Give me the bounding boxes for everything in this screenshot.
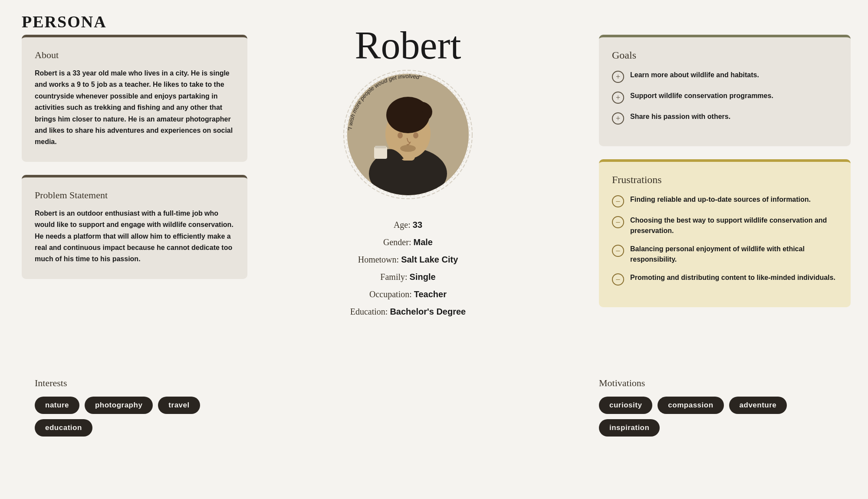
goal-text: Support wildlife conservation programmes…	[630, 91, 773, 101]
interest-tag: travel	[158, 397, 200, 414]
frustrations-list: Finding reliable and up-to-date sources …	[612, 194, 838, 286]
age-label: Age:	[394, 220, 411, 230]
age-value: 33	[413, 220, 422, 230]
gender-row: Gender: Male	[350, 233, 466, 251]
problem-card: Problem Statement Robert is an outdoor e…	[22, 175, 247, 279]
motivation-tag: compassion	[658, 397, 723, 414]
interest-tag: nature	[35, 397, 79, 414]
frustration-text: Promoting and distributing content to li…	[630, 272, 835, 283]
about-title: About	[35, 49, 234, 61]
hometown-label: Hometown:	[358, 255, 399, 264]
plus-icon	[612, 92, 624, 104]
motivations-section: Motivations curiositycompassionadventure…	[599, 378, 851, 437]
interests-tags: naturephotographytraveleducation	[35, 397, 252, 437]
motivations-tags: curiositycompassionadventureinspiration	[599, 397, 851, 437]
occupation-value: Teacher	[414, 289, 447, 299]
interest-tag: education	[35, 419, 92, 437]
hometown-value: Salt Lake City	[401, 255, 458, 264]
frustration-text: Choosing the best way to support wildlif…	[630, 215, 838, 236]
occupation-label: Occupation:	[369, 289, 412, 299]
frustration-item: Finding reliable and up-to-date sources …	[612, 194, 838, 207]
minus-icon	[612, 245, 624, 257]
frustration-text: Finding reliable and up-to-date sources …	[630, 194, 811, 205]
gender-label: Gender:	[383, 237, 411, 247]
frustration-item: Balancing personal enjoyment of wildlife…	[612, 244, 838, 265]
motivation-tag: curiosity	[599, 397, 652, 414]
motivation-tag: inspiration	[599, 419, 660, 437]
about-text: Robert is a 33 year old male who lives i…	[35, 68, 234, 148]
goal-item: Learn more about wildlife and habitats.	[612, 70, 838, 83]
minus-icon	[612, 273, 624, 286]
center-column: Robert	[252, 26, 564, 320]
family-value: Single	[410, 272, 436, 282]
frustrations-card: Frustrations Finding reliable and up-to-…	[599, 159, 851, 307]
frustration-text: Balancing personal enjoyment of wildlife…	[630, 244, 838, 265]
right-column: Goals Learn more about wildlife and habi…	[599, 35, 851, 320]
problem-title: Problem Statement	[35, 190, 234, 201]
avatar-container: "I wish more people woud get involved"	[339, 65, 477, 204]
education-value: Bachelor's Degree	[390, 307, 466, 316]
goal-text: Learn more about wildlife and habitats.	[630, 70, 759, 80]
frustrations-title: Frustrations	[612, 174, 838, 186]
hometown-row: Hometown: Salt Lake City	[350, 251, 466, 268]
goals-card: Goals Learn more about wildlife and habi…	[599, 35, 851, 146]
problem-text: Robert is an outdoor enthusiast with a f…	[35, 208, 234, 265]
motivations-label: Motivations	[599, 378, 851, 389]
education-row: Education: Bachelor's Degree	[350, 303, 466, 320]
gender-value: Male	[413, 237, 432, 247]
app-title: Persona	[22, 12, 107, 31]
goals-title: Goals	[612, 49, 838, 61]
svg-text:"I wish more people woud get i: "I wish more people woud get involved"	[346, 73, 423, 131]
left-column: About Robert is a 33 year old male who l…	[22, 35, 247, 292]
plus-icon	[612, 112, 624, 125]
family-row: Family: Single	[350, 268, 466, 286]
interests-label: Interests	[35, 378, 252, 389]
family-label: Family:	[380, 272, 407, 282]
goal-item: Support wildlife conservation programmes…	[612, 91, 838, 104]
goals-list: Learn more about wildlife and habitats. …	[612, 70, 838, 125]
motivation-tag: adventure	[729, 397, 787, 414]
stats-box: Age: 33 Gender: Male Hometown: Salt Lake…	[350, 216, 466, 320]
interests-section: Interests naturephotographytraveleducati…	[35, 378, 252, 437]
age-row: Age: 33	[350, 216, 466, 233]
goal-item: Share his passion with others.	[612, 112, 838, 125]
minus-icon	[612, 195, 624, 207]
plus-icon	[612, 71, 624, 83]
frustration-item: Choosing the best way to support wildlif…	[612, 215, 838, 236]
goal-text: Share his passion with others.	[630, 112, 730, 122]
interest-tag: photography	[85, 397, 153, 414]
persona-name: Robert	[355, 26, 461, 65]
minus-icon	[612, 216, 624, 228]
education-label: Education:	[350, 307, 388, 316]
about-card: About Robert is a 33 year old male who l…	[22, 35, 247, 162]
quote-arc: "I wish more people woud get involved"	[339, 65, 477, 204]
occupation-row: Occupation: Teacher	[350, 286, 466, 303]
frustration-item: Promoting and distributing content to li…	[612, 272, 838, 286]
